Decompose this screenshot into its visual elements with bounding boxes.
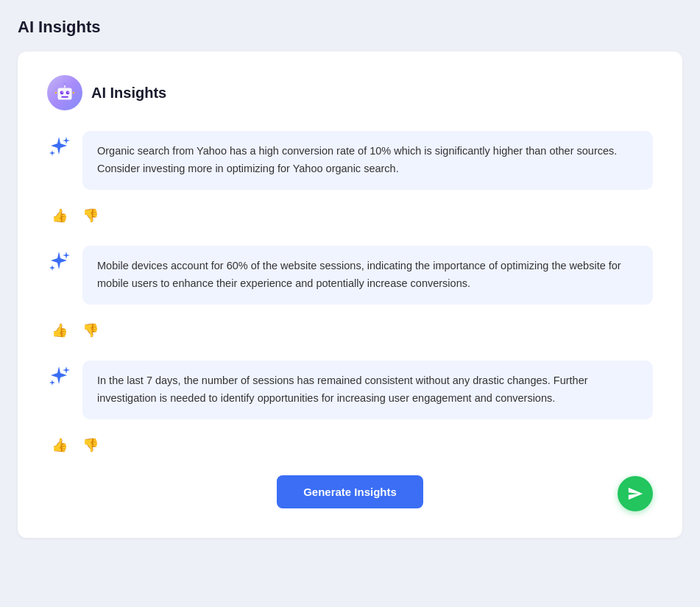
ai-insights-card: AI Insights Organic search from Yahoo ha…: [18, 52, 682, 538]
insight-content-1: Organic search from Yahoo has a high con…: [82, 131, 653, 197]
insight-text-1: Organic search from Yahoo has a high con…: [97, 143, 638, 178]
insight-block-2: Mobile devices account for 60% of the we…: [47, 246, 653, 312]
ai-sparkle-icon-2: [47, 249, 71, 272]
thumbs-down-button-1[interactable]: 👎: [79, 206, 102, 225]
svg-point-3: [66, 91, 70, 95]
insight-text-3: In the last 7 days, the number of sessio…: [97, 372, 638, 408]
thumbs-up-button-1[interactable]: 👍: [49, 206, 71, 225]
generate-insights-button[interactable]: Generate Insights: [277, 475, 423, 508]
insight-text-2: Mobile devices account for 60% of the we…: [97, 258, 638, 293]
thumbs-down-button-2[interactable]: 👎: [79, 321, 102, 340]
page-title: AI Insights: [18, 18, 682, 37]
feedback-row-1: 👍 👎: [47, 206, 653, 225]
svg-point-4: [62, 91, 63, 93]
card-heading: AI Insights: [91, 85, 166, 102]
ai-sparkle-icon-1: [47, 134, 71, 157]
insight-content-3: In the last 7 days, the number of sessio…: [82, 361, 653, 427]
card-header: AI Insights: [47, 75, 653, 110]
feedback-row-3: 👍 👎: [47, 436, 653, 455]
insight-bubble-1: Organic search from Yahoo has a high con…: [82, 131, 653, 190]
svg-point-8: [63, 82, 66, 85]
insight-bubble-2: Mobile devices account for 60% of the we…: [82, 246, 653, 305]
feedback-row-2: 👍 👎: [47, 321, 653, 340]
generate-section: Generate Insights: [47, 475, 653, 508]
thumbs-up-button-3[interactable]: 👍: [49, 436, 71, 455]
fab-send-button[interactable]: [618, 476, 653, 511]
insight-block-3: In the last 7 days, the number of sessio…: [47, 361, 653, 427]
avatar: [47, 75, 82, 110]
svg-point-2: [60, 91, 64, 95]
svg-rect-1: [57, 88, 71, 100]
insight-block-1: Organic search from Yahoo has a high con…: [47, 131, 653, 197]
insight-content-2: Mobile devices account for 60% of the we…: [82, 246, 653, 312]
insight-bubble-3: In the last 7 days, the number of sessio…: [82, 361, 653, 419]
svg-rect-6: [61, 96, 68, 98]
thumbs-up-button-2[interactable]: 👍: [49, 321, 71, 340]
thumbs-down-button-3[interactable]: 👎: [79, 436, 102, 455]
svg-point-5: [68, 91, 69, 93]
ai-sparkle-icon-3: [47, 363, 71, 387]
